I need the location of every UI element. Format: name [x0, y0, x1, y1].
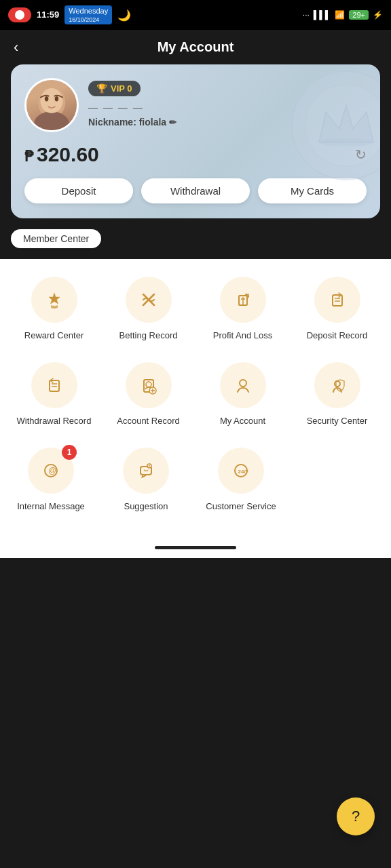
avatar-image	[26, 80, 77, 130]
vip-badge: 🏆 VIP 0	[88, 81, 141, 96]
account-record-label: Account Record	[117, 415, 180, 427]
internal-message-icon-wrap: @ 1	[28, 448, 74, 494]
back-button[interactable]: ‹	[14, 39, 18, 56]
security-icon	[325, 373, 350, 397]
svg-point-21	[43, 374, 65, 396]
cell-icon: ▌▌▌	[314, 10, 331, 20]
reward-icon	[42, 288, 67, 312]
currency-symbol: ₱	[24, 148, 34, 165]
menu-item-account-record[interactable]: Account Record	[111, 362, 186, 427]
deposit-icon	[325, 288, 350, 312]
svg-point-2	[319, 138, 373, 146]
reward-center-label: Reward Center	[24, 330, 83, 342]
question-icon: ?	[352, 808, 360, 825]
profit-icon	[231, 288, 255, 312]
withdrawal-button[interactable]: Withdrawal	[141, 178, 250, 203]
time-display: 11:59	[37, 9, 59, 20]
message-badge: 1	[62, 445, 77, 460]
menu-item-profit-loss[interactable]: Profit And Loss	[206, 277, 280, 342]
avatar	[24, 78, 79, 132]
member-center-label: Member Center	[11, 229, 101, 248]
withdrawal-record-label: Withdrawal Record	[17, 415, 92, 427]
grid-menu: Reward Center Betting Record	[0, 259, 391, 538]
svg-point-7	[55, 96, 59, 101]
charging-icon: ⚡	[373, 10, 383, 20]
svg-point-34	[327, 374, 348, 396]
svg-point-16	[327, 289, 348, 311]
menu-item-my-account[interactable]: My Account	[206, 362, 280, 427]
svg-text:24/7: 24/7	[238, 469, 249, 475]
page-header: ‹ My Account	[0, 30, 391, 64]
battery-indicator: 29+	[349, 10, 369, 20]
betting-record-label: Betting Record	[119, 330, 178, 342]
profit-loss-label: Profit And Loss	[213, 330, 272, 342]
home-indicator	[155, 546, 236, 549]
my-account-label: My Account	[220, 415, 265, 427]
edit-nickname-button[interactable]: ✏	[169, 117, 176, 127]
nickname-label: Nickname:	[88, 117, 136, 127]
trophy-icon: 🏆	[96, 83, 107, 94]
security-center-icon-wrap	[314, 362, 360, 408]
deposit-record-icon-wrap	[314, 277, 360, 323]
svg-text:@: @	[48, 466, 56, 475]
svg-point-4	[34, 111, 69, 132]
balance-value: 320.60	[37, 143, 99, 165]
deposit-record-label: Deposit Record	[307, 330, 368, 342]
customer-service-icon: 24/7	[229, 458, 253, 483]
menu-item-internal-message[interactable]: @ 1 Internal Message	[14, 448, 88, 513]
svg-point-6	[45, 96, 49, 101]
withdrawal-icon	[42, 373, 67, 397]
message-icon: @	[39, 458, 63, 483]
deposit-button[interactable]: Deposit	[24, 178, 133, 203]
my-account-icon-wrap	[220, 362, 266, 408]
security-center-label: Security Center	[307, 415, 368, 427]
vip-label: VIP 0	[111, 83, 132, 94]
menu-item-withdrawal-record[interactable]: Withdrawal Record	[17, 362, 92, 427]
suggestion-label: Suggestion	[124, 500, 168, 513]
member-center-section: Member Center	[11, 229, 101, 248]
moon-icon: 🌙	[117, 9, 131, 22]
menu-row-1: Reward Center Betting Record	[0, 270, 391, 355]
mic-icon	[15, 10, 24, 20]
balance-display: ₱320.60	[24, 143, 99, 166]
withdrawal-record-icon-wrap	[31, 362, 77, 408]
menu-item-customer-service[interactable]: 24/7 Customer Service	[204, 448, 278, 513]
svg-point-5	[40, 88, 62, 113]
wifi-icon: 📶	[335, 10, 345, 20]
menu-item-security-center[interactable]: Security Center	[300, 362, 375, 427]
menu-item-betting-record[interactable]: Betting Record	[111, 277, 186, 342]
betting-icon	[136, 288, 161, 312]
suggestion-icon-wrap	[123, 448, 169, 494]
bottom-bar	[0, 538, 391, 558]
nickname-value: fiolala	[139, 117, 166, 127]
day-label: Wednesday 16/10/2024	[64, 5, 112, 24]
profile-card: 🏆 VIP 0 — — — — Nickname: fiolala ✏ ₱320…	[11, 64, 380, 218]
customer-service-icon-wrap: 24/7	[218, 448, 264, 494]
signal-icon: ···	[303, 10, 310, 20]
crown-decoration	[278, 64, 380, 186]
menu-row-3: @ 1 Internal Message Suggestion	[0, 441, 391, 526]
customer-service-label: Customer Service	[206, 500, 276, 513]
menu-row-2: Withdrawal Record Account Record	[0, 355, 391, 441]
menu-item-reward-center[interactable]: Reward Center	[17, 277, 92, 342]
menu-item-suggestion[interactable]: Suggestion	[109, 448, 183, 513]
svg-point-26	[138, 374, 160, 396]
page-title: My Account	[157, 39, 234, 55]
suggestion-icon	[134, 458, 158, 483]
avatar-svg	[26, 78, 77, 132]
account-record-icon	[136, 373, 161, 397]
account-record-icon-wrap	[126, 362, 172, 408]
menu-item-deposit-record[interactable]: Deposit Record	[300, 277, 375, 342]
internal-message-label: Internal Message	[17, 500, 85, 513]
my-account-icon	[231, 373, 255, 397]
profit-loss-icon-wrap	[220, 277, 266, 323]
status-bar: 11:59 Wednesday 16/10/2024 🌙 ··· ▌▌▌ 📶 2…	[0, 0, 391, 30]
help-fab[interactable]: ?	[337, 797, 375, 835]
reward-center-icon-wrap	[31, 277, 77, 323]
record-button[interactable]	[8, 7, 31, 22]
status-right: ··· ▌▌▌ 📶 29+ ⚡	[303, 10, 383, 20]
betting-record-icon-wrap	[126, 277, 172, 323]
time-block: 11:59	[37, 9, 59, 20]
svg-point-32	[232, 374, 254, 396]
